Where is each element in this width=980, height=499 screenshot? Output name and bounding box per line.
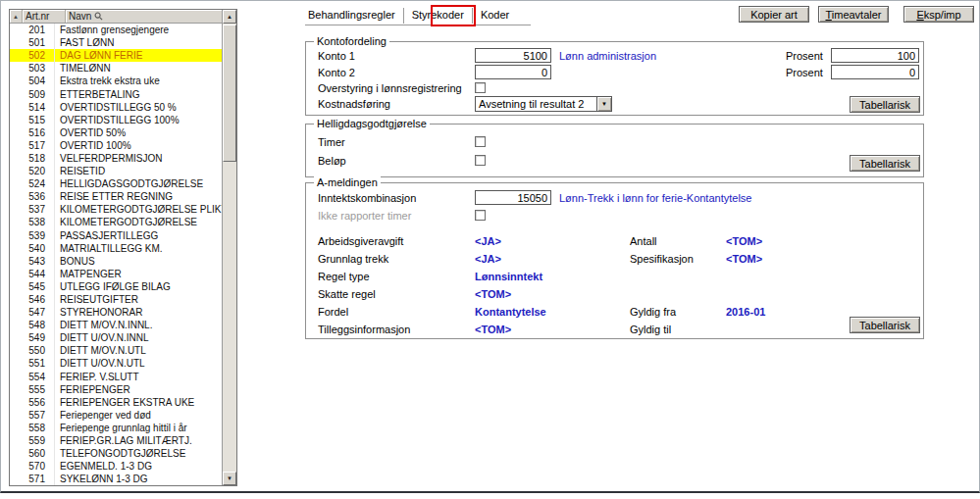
art-name: DIETT U/OV.N.INNL — [55, 332, 149, 343]
chevron-down-icon: ▼ — [601, 101, 607, 107]
konto2-label: Konto 2 — [318, 67, 355, 78]
prosent2-label: Prosent — [786, 67, 823, 78]
art-nr: 516 — [10, 126, 55, 139]
list-item[interactable]: 558Feriepenge grunnlag hittil i år — [10, 422, 222, 434]
belop-checkbox[interactable] — [475, 155, 486, 166]
list-item[interactable]: 536REISE ETTER REGNING — [10, 190, 222, 203]
list-item[interactable]: 509ETTERBETALING — [10, 87, 222, 100]
list-item[interactable]: 538KILOMETERGODTGJØRELSE — [10, 216, 222, 228]
field-value[interactable]: <JA> — [475, 235, 501, 247]
art-nr: 571 — [10, 473, 55, 485]
amelding-tabellarisk-button[interactable]: Tabellarisk — [850, 317, 920, 333]
field-label: Fordel — [318, 306, 348, 318]
konto1-input[interactable] — [475, 48, 551, 63]
scroll-down-button[interactable]: ▼ — [223, 472, 236, 485]
dropdown-arrow-button[interactable]: ▼ — [596, 97, 611, 111]
art-name: KILOMETERGODTGJØRELSE PLIKTIG — [55, 204, 222, 215]
field-value[interactable]: <TOM> — [726, 235, 762, 247]
art-nr: 543 — [10, 255, 55, 268]
list-item[interactable]: 524HELLIGDAGSGODTGJØRELSE — [10, 177, 222, 190]
amelding-title: A-meldingen — [314, 176, 381, 188]
list-item[interactable]: 520REISETID — [10, 165, 222, 177]
scrollbar-thumb[interactable] — [223, 25, 236, 162]
tab-koder[interactable]: Koder — [473, 8, 517, 24]
list-item[interactable]: 503TIMELØNN — [10, 62, 222, 75]
helligdagsgodtgjorelse-title: Helligdagsgodtgjørelse — [314, 118, 430, 129]
list-item[interactable]: 543BONUS — [10, 255, 222, 268]
list-item[interactable]: 537KILOMETERGODTGJØRELSE PLIKTIG — [10, 203, 222, 216]
column-header-artnr[interactable]: Art.nr — [23, 10, 66, 23]
timeavtaler-button[interactable]: Timeavtaler — [818, 6, 889, 23]
list-item[interactable]: 540MATRIALTILLEGG KM. — [10, 242, 222, 255]
art-nr: 549 — [10, 331, 55, 344]
list-item[interactable]: 516OVERTID 50% — [10, 126, 222, 139]
art-nr: 551 — [10, 357, 55, 370]
list-item[interactable]: 514OVERTIDSTILLEGG 50 % — [10, 101, 222, 114]
art-nr: 555 — [10, 383, 55, 396]
list-item[interactable]: 555FERIEPENGER — [10, 383, 222, 396]
list-item[interactable]: 551DIETT U/OV.N.UTL — [10, 357, 222, 370]
field-value[interactable]: Kontantytelse — [475, 306, 546, 318]
overstyring-checkbox[interactable] — [475, 82, 486, 93]
prosent2-input[interactable] — [831, 65, 919, 79]
list-item[interactable]: 556FERIEPENGER EKSTRA UKE — [10, 396, 222, 409]
ikke-rapporter-timer-checkbox[interactable] — [475, 210, 486, 221]
prosent1-input[interactable] — [831, 48, 919, 63]
field-value[interactable]: <JA> — [475, 253, 501, 265]
kopier-art-button[interactable]: Kopier art — [739, 6, 809, 23]
scroll-up-button[interactable]: ▲ — [223, 10, 236, 24]
inntektskombinasjon-input[interactable] — [475, 190, 551, 205]
list-item[interactable]: 201Fastlønn grensegjengere — [10, 24, 222, 36]
field-value[interactable]: 2016-01 — [726, 306, 765, 318]
list-item[interactable]: 550DIETT M/OV.N.UTL — [10, 344, 222, 357]
field-value[interactable]: <TOM> — [726, 253, 762, 265]
kostnadsforing-dropdown[interactable]: Avsetning til resultat 2 ▼ — [475, 96, 612, 112]
art-name: REISETID — [55, 166, 105, 176]
art-nr: 544 — [10, 268, 55, 280]
list-item[interactable]: 515OVERTIDSTILLEGG 100% — [10, 114, 222, 126]
art-name: Feriepenger ved død — [55, 410, 151, 421]
list-scrollbar: ▲ ▼ — [222, 10, 236, 485]
art-name: BONUS — [55, 256, 95, 267]
list-item[interactable]: 501FAST LØNN — [10, 36, 222, 49]
art-nr: 539 — [10, 229, 55, 242]
field-value[interactable]: <TOM> — [475, 324, 511, 335]
list-item[interactable]: 554FERIEP. V.SLUTT — [10, 371, 222, 383]
kontofordeling-tabellarisk-button[interactable]: Tabellarisk — [850, 96, 920, 113]
list-item[interactable]: 546REISEUTGIFTER — [10, 293, 222, 306]
field-label: Gyldig til — [630, 324, 671, 335]
eksp-imp-button[interactable]: Eksp/imp — [903, 6, 974, 23]
art-nr: 559 — [10, 434, 55, 447]
list-item[interactable]: 557Feriepenger ved død — [10, 409, 222, 422]
list-item[interactable]: 571SYKELØNN 1-3 DG — [10, 473, 222, 485]
art-nr: 520 — [10, 165, 55, 177]
art-nr: 509 — [10, 87, 55, 100]
list-item[interactable]: 504Ekstra trekk ekstra uke — [10, 75, 222, 87]
amelding-row: Skatte regel<TOM> — [306, 288, 923, 302]
list-item[interactable]: 549DIETT U/OV.N.INNL — [10, 331, 222, 344]
field-value[interactable]: Lønnsinntekt — [475, 271, 542, 282]
list-item[interactable]: 560TELEFONGODTGJØRELSE — [10, 447, 222, 460]
list-item[interactable]: 547STYREHONORAR — [10, 306, 222, 319]
list-item[interactable]: 544MATPENGER — [10, 268, 222, 280]
helligdag-tabellarisk-button[interactable]: Tabellarisk — [850, 155, 920, 172]
annotation-highlight-koder — [431, 5, 476, 26]
list-item[interactable]: 559FERIEP.GR.LAG MILITÆRTJ. — [10, 434, 222, 447]
prosent1-label: Prosent — [786, 50, 823, 62]
art-name: FAST LØNN — [55, 37, 114, 48]
konto2-input[interactable] — [475, 65, 551, 79]
list-item[interactable]: 502DAG LØNN FERIE — [10, 49, 222, 62]
list-item[interactable]: 548DIETT M/OV.N.INNL. — [10, 319, 222, 331]
column-header-navn[interactable]: Navn — [66, 10, 222, 23]
timer-checkbox[interactable] — [475, 136, 486, 147]
field-value[interactable]: <TOM> — [475, 288, 511, 300]
art-nr: 524 — [10, 177, 55, 190]
sort-ascending-icon[interactable]: ▲ — [10, 10, 23, 23]
art-name: DAG LØNN FERIE — [55, 50, 142, 61]
list-item[interactable]: 545UTLEGG IFØLGE BILAG — [10, 280, 222, 293]
list-item[interactable]: 539PASSASJERTILLEGG — [10, 229, 222, 242]
tab-behandlingsregler[interactable]: Behandlingsregler — [306, 8, 404, 24]
list-item[interactable]: 570EGENMELD. 1-3 DG — [10, 460, 222, 473]
list-item[interactable]: 518VELFERDPERMISJON — [10, 152, 222, 165]
list-item[interactable]: 517OVERTID 100% — [10, 139, 222, 152]
